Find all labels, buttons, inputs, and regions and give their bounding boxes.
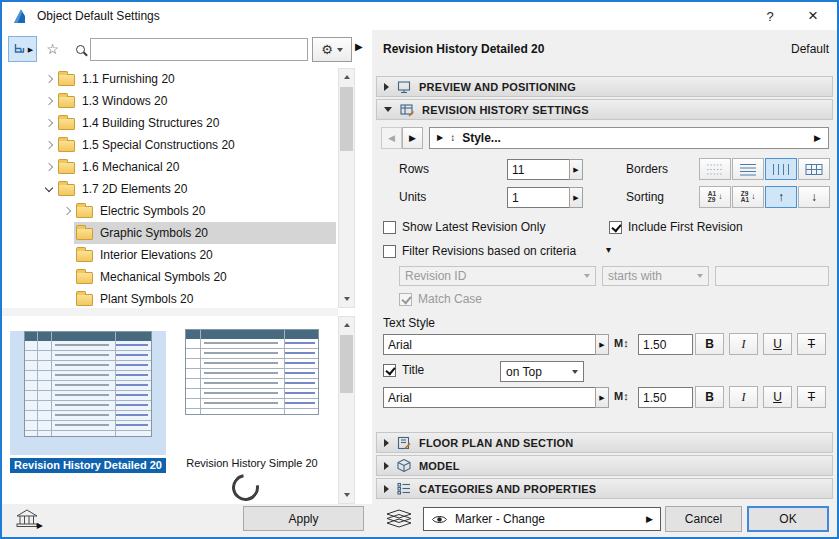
- scrollbar-thumb[interactable]: [340, 87, 353, 151]
- tree-item-windows[interactable]: 1.3 Windows 20: [6, 90, 336, 112]
- units-input[interactable]: [507, 187, 570, 208]
- include-first-checkbox[interactable]: [609, 221, 622, 234]
- borders-horizontal-button[interactable]: [732, 158, 764, 180]
- marker-combo[interactable]: Marker - Change ▶: [423, 507, 661, 531]
- section-floor-plan-and-section[interactable]: FLOOR PLAN AND SECTION: [376, 432, 833, 453]
- close-button[interactable]: ×: [797, 2, 829, 30]
- sort-ascending-button[interactable]: A1Z9 ↓: [699, 186, 731, 208]
- sort-descending-button[interactable]: Z9A1 ↓: [732, 186, 764, 208]
- italic-icon: I: [742, 337, 746, 352]
- scroll-up-button[interactable]: [339, 69, 354, 85]
- apply-button[interactable]: Apply: [243, 506, 364, 531]
- criteria-field-combo[interactable]: Revision ID: [399, 266, 596, 286]
- chevron-down-icon[interactable]: [42, 188, 56, 191]
- title-underline-button[interactable]: U: [763, 386, 792, 408]
- tree-item-furnishing[interactable]: 1.1 Furnishing 20: [6, 68, 336, 90]
- preview-partial-next-item[interactable]: [227, 469, 265, 507]
- tree-item-interior-elevations[interactable]: Interior Elevations 20: [6, 244, 336, 266]
- criteria-flyout-icon[interactable]: ▾: [606, 244, 611, 255]
- scroll-down-button[interactable]: [339, 291, 354, 307]
- style-flyout-button[interactable]: ▶ ↕ Style... ▶: [429, 127, 829, 149]
- rows-input[interactable]: [507, 159, 570, 180]
- borders-none-button[interactable]: [699, 158, 731, 180]
- rows-stepper-button[interactable]: ▶: [569, 159, 583, 180]
- filter-revisions-row[interactable]: Filter Revisions based on criteria: [383, 243, 576, 259]
- favorites-button[interactable]: ☆: [38, 36, 67, 62]
- section-revision-history-settings[interactable]: REVISION HISTORY SETTINGS: [376, 99, 833, 120]
- preview-label-detailed[interactable]: Revision History Detailed 20: [10, 458, 166, 473]
- bold-button[interactable]: B: [695, 333, 724, 355]
- section-preview-positioning[interactable]: PREVIEW AND POSITIONING: [376, 76, 833, 97]
- ok-button[interactable]: OK: [747, 506, 829, 532]
- match-case-checkbox[interactable]: [399, 293, 412, 306]
- sort-down-button[interactable]: ↓: [798, 186, 830, 208]
- preview-card-detailed[interactable]: Revision History Detailed 20: [10, 322, 166, 473]
- font-name-input[interactable]: [383, 334, 596, 355]
- folder-view-button[interactable]: ▶: [8, 36, 37, 62]
- title-font-metrics-icon[interactable]: M↕: [614, 390, 629, 402]
- tree-item-special-constructions[interactable]: 1.5 Special Constructions 20: [6, 134, 336, 156]
- previous-style-button[interactable]: ◀: [381, 127, 402, 149]
- tree-item-building-structures[interactable]: 1.4 Building Structures 20: [6, 112, 336, 134]
- tree-scrollbar[interactable]: [338, 68, 355, 308]
- preview-label-simple[interactable]: Revision History Simple 20: [174, 456, 330, 471]
- title-font-name-input[interactable]: [383, 387, 596, 408]
- chevron-right-icon[interactable]: [42, 142, 56, 148]
- italic-button[interactable]: I: [729, 333, 758, 355]
- tree-item-mechanical-symbols[interactable]: Mechanical Symbols 20: [6, 266, 336, 288]
- panel-collapse-arrow[interactable]: ▶: [355, 42, 363, 52]
- chevron-right-icon[interactable]: [42, 76, 56, 82]
- units-stepper-button[interactable]: ▶: [569, 187, 583, 208]
- next-style-button[interactable]: ▶: [402, 127, 423, 149]
- match-case-row[interactable]: Match Case: [399, 291, 482, 307]
- underline-button[interactable]: U: [763, 333, 792, 355]
- scroll-down-button[interactable]: [339, 487, 354, 503]
- include-first-revision-row[interactable]: Include First Revision: [609, 219, 743, 235]
- chevron-right-icon[interactable]: [60, 208, 74, 214]
- search-input[interactable]: [90, 38, 308, 61]
- tree-item-2d-elements[interactable]: 1.7 2D Elements 20: [6, 178, 336, 200]
- title-strikethrough-button[interactable]: T: [797, 386, 826, 408]
- show-latest-revision-row[interactable]: Show Latest Revision Only: [383, 219, 545, 235]
- preview-thumbnail-simple[interactable]: [174, 329, 330, 453]
- help-button[interactable]: ?: [755, 2, 785, 30]
- font-size-input[interactable]: [638, 334, 693, 355]
- criteria-operator-combo[interactable]: starts with: [602, 266, 709, 286]
- library-loader-button[interactable]: ▶: [10, 504, 44, 532]
- title-font-flyout-button[interactable]: ▶: [595, 387, 609, 408]
- strikethrough-button[interactable]: T: [797, 333, 826, 355]
- preview-scrollbar[interactable]: [338, 316, 355, 504]
- title-font-size-input[interactable]: [638, 387, 693, 408]
- folder-icon: [58, 184, 75, 196]
- sort-up-button[interactable]: ↑: [765, 186, 797, 208]
- tree-item-plant-symbols[interactable]: Plant Symbols 20: [6, 288, 336, 308]
- cancel-button[interactable]: Cancel: [665, 506, 742, 532]
- settings-button[interactable]: ⚙: [312, 37, 352, 62]
- title-italic-button[interactable]: I: [729, 386, 758, 408]
- title-position-combo[interactable]: on Top: [500, 361, 584, 382]
- tree-preview-splitter[interactable]: [2, 308, 338, 316]
- title-bold-button[interactable]: B: [695, 386, 724, 408]
- section-categories-and-properties[interactable]: CATEGORIES AND PROPERTIES: [376, 478, 833, 499]
- chevron-right-icon[interactable]: [42, 164, 56, 170]
- title-checkbox[interactable]: [383, 364, 396, 377]
- font-flyout-button[interactable]: ▶: [595, 334, 609, 355]
- preview-card-simple[interactable]: Revision History Simple 20: [174, 322, 330, 471]
- show-latest-checkbox[interactable]: [383, 221, 396, 234]
- layers-button[interactable]: [379, 504, 419, 532]
- borders-vertical-button[interactable]: [765, 158, 797, 180]
- title-row[interactable]: Title: [383, 362, 424, 378]
- font-metrics-icon[interactable]: M↕: [614, 337, 629, 349]
- preview-thumbnail-detailed[interactable]: [10, 331, 166, 455]
- chevron-right-icon[interactable]: [42, 98, 56, 104]
- scrollbar-thumb[interactable]: [340, 335, 353, 393]
- tree-item-mechanical[interactable]: 1.6 Mechanical 20: [6, 156, 336, 178]
- tree-item-electric-symbols[interactable]: Electric Symbols 20: [6, 200, 336, 222]
- section-model[interactable]: MODEL: [376, 455, 833, 476]
- chevron-right-icon[interactable]: [42, 120, 56, 126]
- scroll-up-button[interactable]: [339, 317, 354, 333]
- borders-grid-button[interactable]: [798, 158, 830, 180]
- tree-item-graphic-symbols[interactable]: Graphic Symbols 20: [6, 222, 336, 244]
- filter-revisions-checkbox[interactable]: [383, 245, 396, 258]
- criteria-value-input[interactable]: [715, 266, 829, 286]
